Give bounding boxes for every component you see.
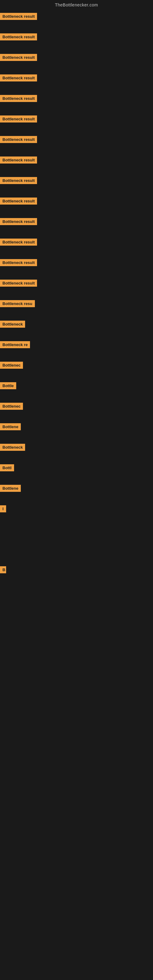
bottleneck-badge[interactable]: Bottleneck result	[0, 156, 37, 164]
bottleneck-badge[interactable]: Bottleneck result	[0, 136, 37, 143]
list-item: Bottleneck result	[0, 72, 153, 84]
item-spacer	[0, 84, 153, 92]
bottleneck-badge[interactable]: Bottlenec	[0, 403, 23, 410]
list-item: Bottleneck result	[0, 113, 153, 125]
items-container: Bottleneck resultBottleneck resultBottle…	[0, 9, 153, 653]
list-item: Bottlene	[0, 482, 153, 494]
list-item: I	[0, 503, 153, 515]
item-spacer	[0, 145, 153, 154]
item-spacer	[0, 351, 153, 359]
bottleneck-badge[interactable]: Bottlenec	[0, 362, 23, 369]
bottleneck-badge[interactable]: Bottleneck resu	[0, 300, 35, 307]
item-spacer	[0, 515, 153, 523]
item-spacer	[0, 310, 153, 318]
site-header: TheBottlenecker.com	[0, 0, 153, 9]
bottleneck-badge[interactable]: Bottleneck result	[0, 197, 37, 205]
item-spacer	[0, 166, 153, 175]
list-item	[0, 598, 153, 603]
bottleneck-badge[interactable]: Bottleneck result	[0, 13, 37, 20]
list-item: Bottleneck result	[0, 175, 153, 186]
item-spacer	[0, 330, 153, 339]
bottleneck-badge[interactable]: Bottleneck result	[0, 259, 37, 266]
list-item: Bottlenec	[0, 400, 153, 412]
list-item: Bottleneck result	[0, 257, 153, 269]
item-spacer	[0, 228, 153, 236]
list-item: Bottleneck	[0, 318, 153, 330]
list-item	[0, 523, 153, 528]
item-spacer	[0, 371, 153, 380]
item-spacer	[0, 576, 153, 584]
bottleneck-badge[interactable]: Bottleneck result	[0, 95, 37, 102]
bottleneck-badge[interactable]: Bottleneck result	[0, 280, 37, 286]
list-item: Bottleneck result	[0, 154, 153, 166]
bottleneck-badge[interactable]: Bottleneck result	[0, 54, 37, 61]
item-spacer	[0, 269, 153, 277]
item-spacer	[0, 186, 153, 195]
list-item: Bottleneck result	[0, 10, 153, 22]
list-item	[0, 550, 153, 555]
item-spacer	[0, 589, 153, 598]
item-spacer	[0, 555, 153, 564]
list-item: Bottleneck re	[0, 339, 153, 351]
list-item: Bottleneck result	[0, 31, 153, 43]
item-spacer	[0, 616, 153, 625]
list-item	[0, 537, 153, 542]
list-item: Bottleneck result	[0, 216, 153, 228]
list-item: Bottle	[0, 380, 153, 392]
item-spacer	[0, 528, 153, 537]
bottleneck-badge[interactable]: Bottleneck result	[0, 33, 37, 40]
item-spacer	[0, 643, 153, 652]
list-item: Bottleneck resu	[0, 298, 153, 310]
list-item: Bottleneck result	[0, 92, 153, 105]
list-item: B	[0, 564, 153, 576]
bottleneck-badge[interactable]: Bottleneck result	[0, 239, 37, 246]
item-spacer	[0, 22, 153, 31]
list-item: Bottleneck result	[0, 134, 153, 145]
item-spacer	[0, 630, 153, 638]
list-item: Bottleneck result	[0, 236, 153, 248]
list-item: Bottlene	[0, 421, 153, 433]
list-item: Bottlenec	[0, 359, 153, 371]
bottleneck-badge[interactable]: Bottlene	[0, 485, 21, 492]
bottleneck-badge[interactable]: Bottleneck result	[0, 218, 37, 225]
bottleneck-badge[interactable]: Bottleneck result	[0, 115, 37, 123]
bottleneck-badge[interactable]: Bottleneck	[0, 444, 25, 451]
item-spacer	[0, 392, 153, 400]
list-item: Bottleneck result	[0, 51, 153, 64]
item-spacer	[0, 603, 153, 611]
item-spacer	[0, 64, 153, 72]
item-spacer	[0, 105, 153, 113]
list-item	[0, 584, 153, 589]
item-spacer	[0, 207, 153, 216]
bottleneck-badge[interactable]: Bottleneck result	[0, 177, 37, 184]
list-item	[0, 611, 153, 616]
item-spacer	[0, 433, 153, 441]
bottleneck-badge[interactable]: Bottl	[0, 464, 14, 471]
bottleneck-badge[interactable]: Bottleneck result	[0, 75, 37, 81]
list-item: Bottl	[0, 462, 153, 474]
bottleneck-badge[interactable]: Bottle	[0, 382, 16, 389]
item-spacer	[0, 412, 153, 421]
site-title: TheBottlenecker.com	[55, 2, 98, 7]
item-spacer	[0, 494, 153, 503]
item-spacer	[0, 542, 153, 550]
item-spacer	[0, 248, 153, 257]
item-spacer	[0, 474, 153, 482]
bottleneck-badge[interactable]: Bottleneck re	[0, 341, 30, 348]
item-spacer	[0, 125, 153, 134]
item-spacer	[0, 453, 153, 462]
bottleneck-badge[interactable]: Bottleneck	[0, 321, 25, 328]
item-spacer	[0, 289, 153, 298]
list-item: Bottleneck result	[0, 195, 153, 207]
bottleneck-badge[interactable]: B	[0, 566, 6, 573]
list-item	[0, 625, 153, 630]
item-spacer	[0, 43, 153, 51]
bottleneck-badge[interactable]: I	[0, 505, 6, 512]
list-item: Bottleneck result	[0, 277, 153, 289]
list-item	[0, 638, 153, 643]
list-item: Bottleneck	[0, 441, 153, 453]
bottleneck-badge[interactable]: Bottlene	[0, 423, 21, 430]
